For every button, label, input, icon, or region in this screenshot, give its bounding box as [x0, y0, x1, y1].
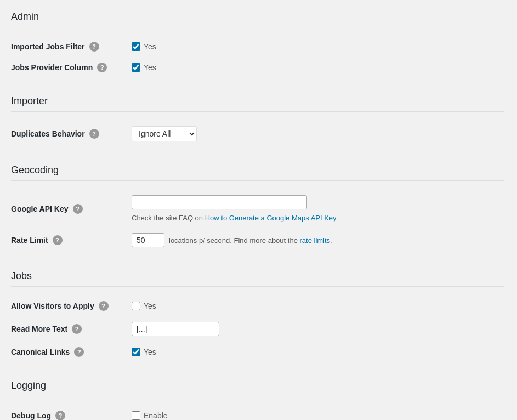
input-google-api-key[interactable]: [132, 195, 307, 209]
link-google-api-key[interactable]: How to Generate a Google Maps API Key: [205, 214, 337, 222]
description-google-api-key: Check the site FAQ on How to Generate a …: [132, 214, 337, 222]
checkbox-text-debug-log: Enable: [144, 411, 168, 420]
checkbox-label-jobs-provider-column[interactable]: Yes: [132, 63, 156, 72]
label-allow-visitors-to-apply: Allow Visitors to Apply?: [11, 301, 132, 311]
form-row-canonical-links: Canonical Links?Yes: [11, 342, 504, 362]
field-debug-log: Enable: [132, 411, 168, 420]
checkbox-text-jobs-provider-column: Yes: [144, 63, 156, 72]
field-imported-jobs-filter: Yes: [132, 42, 156, 51]
field-jobs-provider-column: Yes: [132, 63, 156, 72]
help-icon-debug-log[interactable]: ?: [55, 411, 65, 420]
field-read-more-text: [132, 322, 219, 336]
label-text-read-more-text: Read More Text: [11, 325, 67, 333]
checkbox-label-canonical-links[interactable]: Yes: [132, 348, 156, 356]
form-row-debug-log: Debug Log?Enable: [11, 405, 504, 420]
section-title-jobs: Jobs: [11, 270, 504, 287]
label-text-allow-visitors-to-apply: Allow Visitors to Apply: [11, 302, 94, 310]
label-read-more-text: Read More Text?: [11, 324, 132, 334]
label-duplicates-behavior: Duplicates Behavior?: [11, 129, 132, 139]
checkbox-label-debug-log[interactable]: Enable: [132, 411, 168, 420]
help-icon-rate-limit[interactable]: ?: [53, 235, 63, 245]
checkbox-text-allow-visitors-to-apply: Yes: [144, 302, 156, 310]
label-text-jobs-provider-column: Jobs Provider Column: [11, 63, 93, 72]
label-google-api-key: Google API Key?: [11, 204, 132, 214]
help-icon-canonical-links[interactable]: ?: [74, 347, 84, 357]
settings-form: AdminImported Jobs Filter?YesJobs Provid…: [11, 11, 504, 420]
help-icon-allow-visitors-to-apply[interactable]: ?: [99, 301, 109, 311]
form-row-read-more-text: Read More Text?: [11, 316, 504, 342]
checkbox-allow-visitors-to-apply[interactable]: [132, 302, 140, 310]
form-row-duplicates-behavior: Duplicates Behavior?Ignore AllUpdate All…: [11, 121, 504, 147]
label-rate-limit: Rate Limit?: [11, 235, 132, 245]
form-row-allow-visitors-to-apply: Allow Visitors to Apply?Yes: [11, 296, 504, 316]
form-row-rate-limit: Rate Limit?locations p/ second. Find mor…: [11, 228, 504, 253]
label-text-rate-limit: Rate Limit: [11, 236, 48, 245]
label-text-debug-log: Debug Log: [11, 411, 51, 420]
field-canonical-links: Yes: [132, 348, 156, 356]
label-text-canonical-links: Canonical Links: [11, 348, 70, 356]
section-title-importer: Importer: [11, 95, 504, 112]
section-title-geocoding: Geocoding: [11, 164, 504, 181]
link-rate-limit[interactable]: rate limits: [299, 236, 330, 245]
checkbox-label-allow-visitors-to-apply[interactable]: Yes: [132, 302, 156, 310]
label-text-duplicates-behavior: Duplicates Behavior: [11, 129, 85, 138]
checkbox-imported-jobs-filter[interactable]: [132, 42, 140, 51]
label-imported-jobs-filter: Imported Jobs Filter?: [11, 42, 132, 52]
field-duplicates-behavior: Ignore AllUpdate AllSkip: [132, 126, 197, 141]
label-text-imported-jobs-filter: Imported Jobs Filter: [11, 42, 85, 51]
help-icon-imported-jobs-filter[interactable]: ?: [89, 42, 99, 52]
label-debug-log: Debug Log?: [11, 411, 132, 420]
field-allow-visitors-to-apply: Yes: [132, 302, 156, 310]
checkbox-jobs-provider-column[interactable]: [132, 63, 140, 72]
checkbox-debug-log[interactable]: [132, 411, 140, 420]
checkbox-text-canonical-links: Yes: [144, 348, 156, 356]
help-icon-google-api-key[interactable]: ?: [73, 204, 83, 214]
form-row-google-api-key: Google API Key?Check the site FAQ on How…: [11, 190, 504, 228]
checkbox-text-imported-jobs-filter: Yes: [144, 42, 156, 51]
checkbox-label-imported-jobs-filter[interactable]: Yes: [132, 42, 156, 51]
input-rate-limit[interactable]: [132, 233, 164, 247]
section-title-admin: Admin: [11, 11, 504, 27]
label-jobs-provider-column: Jobs Provider Column?: [11, 63, 132, 72]
field-google-api-key: Check the site FAQ on How to Generate a …: [132, 195, 504, 222]
help-icon-jobs-provider-column[interactable]: ?: [97, 63, 107, 72]
checkbox-canonical-links[interactable]: [132, 348, 140, 356]
description-rate-limit: locations p/ second. Find more about the…: [169, 236, 332, 245]
label-canonical-links: Canonical Links?: [11, 347, 132, 357]
form-row-jobs-provider-column: Jobs Provider Column?Yes: [11, 57, 504, 78]
select-duplicates-behavior[interactable]: Ignore AllUpdate AllSkip: [132, 126, 197, 141]
field-rate-limit: locations p/ second. Find more about the…: [132, 233, 332, 247]
label-text-google-api-key: Google API Key: [11, 205, 69, 213]
help-icon-duplicates-behavior[interactable]: ?: [89, 129, 99, 139]
form-row-imported-jobs-filter: Imported Jobs Filter?Yes: [11, 36, 504, 57]
section-title-logging: Logging: [11, 380, 504, 396]
help-icon-read-more-text[interactable]: ?: [72, 324, 82, 334]
input-read-more-text[interactable]: [132, 322, 219, 336]
